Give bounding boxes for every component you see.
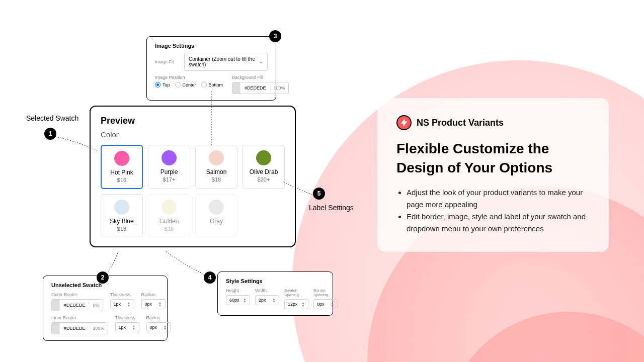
color-circle [114,151,129,166]
chevron-down-icon: ⌄ [259,59,263,64]
bgfill-hex: #DEDEDE [240,82,270,94]
inner-radius-stepper[interactable]: 0px▲▼ [146,322,171,332]
image-settings-card: Image Settings Image Fit Container (Zoom… [146,36,276,101]
color-circle [114,200,129,215]
swatch-spacing-stepper[interactable]: 12px▲▼ [284,299,308,309]
swatch-salmon[interactable]: Salmon$18 [195,145,237,189]
badge-3: 3 [269,30,281,42]
swatch-grid: Hot Pink$16Purple$17+Salmon$18Olive Drab… [101,145,285,237]
bullet-1: Adjust the look of your product variants… [407,187,590,211]
swatch-purple[interactable]: Purple$17+ [148,145,190,189]
swatch-name: Olive Drab [246,168,281,175]
swatch-name: Salmon [199,168,234,175]
swatch-name: Hot Pink [105,169,139,176]
image-position-label: Image Position [155,75,223,80]
radius-label: Radius [141,292,166,297]
swatch-olive-drab[interactable]: Olive Drab$20+ [243,145,285,189]
color-circle [209,150,224,165]
image-fit-label: Image Fit [155,59,179,64]
badge-4: 4 [204,272,216,284]
inner-thickness-stepper[interactable]: 1px▲▼ [115,322,139,332]
outer-radius-stepper[interactable]: 0px▲▼ [141,299,166,309]
color-circle [162,150,177,165]
image-fit-value: Container (Zoom out to fill the swatch) [189,56,259,67]
swatch-name: Sky Blue [104,218,139,225]
swatch-price: $16 [105,177,139,183]
radio-bottom[interactable]: Bottom [201,82,223,87]
image-fit-select[interactable]: Container (Zoom out to fill the swatch) … [184,53,268,71]
info-panel: NS Product Variants Flexible Customize t… [377,98,609,252]
swatch-price: $17+ [151,176,187,183]
bullet-2: Edit border, image, style and label of y… [407,211,590,235]
preview-card: Preview Color Hot Pink$16Purple$17+Salmo… [90,106,296,247]
annotation-label-5: Label Settings [309,204,354,212]
swatch-name: Purple [151,168,187,175]
swatch-price: $20+ [246,176,281,183]
style-title: Style Settings [226,278,325,284]
border-spacing-stepper[interactable]: 0px▲▼ [313,299,338,309]
swatch-name: Gray [199,218,234,225]
headline: Flexible Customize the Design of Your Op… [396,139,590,177]
inner-border-color[interactable]: #DEDEDE100% [51,322,108,334]
width-stepper[interactable]: 2px▲▼ [255,295,279,305]
swatch-price: $18 [104,226,139,232]
height-label: Height [226,288,250,293]
color-circle [256,150,271,165]
badge-1: 1 [44,128,56,140]
swatch-golden[interactable]: Golden$18 [148,194,190,237]
annotation-label-1: Selected Swatch [26,114,78,122]
swatch-spacing-label: Swatch Spacing [284,288,308,297]
swatch-gray[interactable]: Gray [195,194,237,237]
radio-center[interactable]: Center [175,82,196,87]
outer-border-label: Outer Border [51,292,103,297]
border-spacing-label: Border Spacing [313,288,338,297]
feature-bullets: Adjust the look of your product variants… [396,187,590,235]
outer-thickness-stepper[interactable]: 1px▲▼ [110,299,134,309]
image-settings-title: Image Settings [155,43,268,49]
brand-logo-icon [396,115,412,130]
style-settings-card: Style Settings Height60px▲▼ Width2px▲▼ S… [217,272,333,316]
brand-name: NS Product Variants [417,118,504,128]
bgfill-pct: 100% [270,82,288,94]
outer-border-color[interactable]: #DEDEDE0% [51,299,103,311]
inner-border-label: Inner Border [51,315,108,320]
radio-top[interactable]: Top [155,82,170,87]
color-circle [162,200,177,215]
bgfill-input[interactable]: #DEDEDE 100% [232,82,289,94]
bgfill-label: Background Fill [232,75,289,80]
swatch-name: Golden [151,218,187,225]
swatch-sky-blue[interactable]: Sky Blue$18 [101,194,143,237]
preview-title: Preview [101,116,285,126]
height-stepper[interactable]: 60px▲▼ [226,295,250,305]
badge-5: 5 [313,188,325,200]
width-label: Width [255,288,279,293]
swatch-price: $18 [151,226,187,232]
badge-2: 2 [97,272,109,284]
swatch-hot-pink[interactable]: Hot Pink$16 [101,145,143,189]
unselected-swatch-card: Unselected Swatch Outer Border #DEDEDE0%… [43,276,168,341]
color-circle [209,200,224,215]
preview-subtitle: Color [101,130,285,139]
swatch-price: $18 [199,176,234,183]
color-swatch-icon [232,82,240,94]
thickness-label: Thickness [110,292,134,297]
